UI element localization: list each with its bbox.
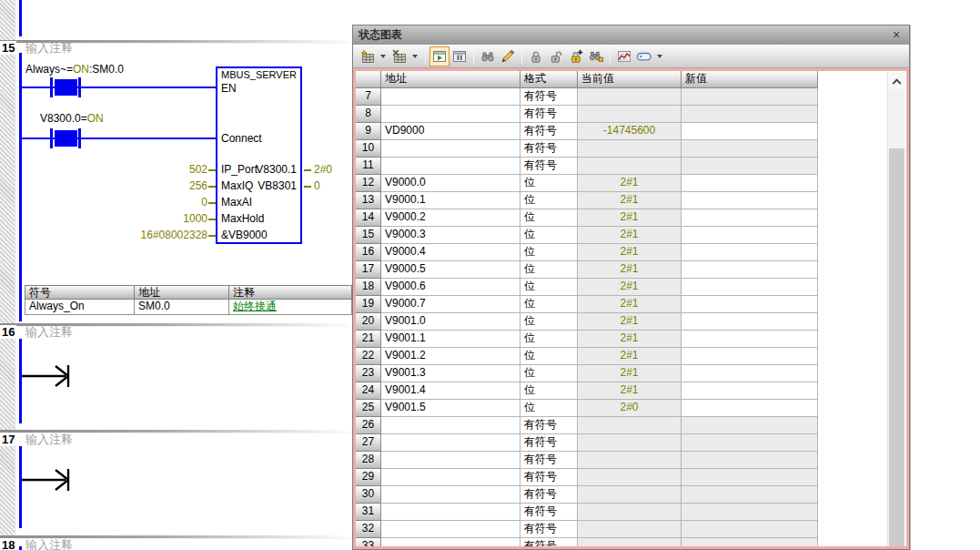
row-number-cell[interactable]: 24 <box>356 382 381 400</box>
column-header-format[interactable]: 格式 <box>520 71 578 88</box>
network-number-18[interactable]: 18 <box>0 538 16 550</box>
new-value-cell[interactable] <box>682 175 818 192</box>
status-chart-titlebar[interactable]: 状态图表 × <box>353 25 909 45</box>
new-value-cell[interactable] <box>682 521 818 538</box>
column-header-address[interactable]: 地址 <box>381 71 520 88</box>
address-cell[interactable] <box>381 158 520 175</box>
address-cell[interactable] <box>381 88 520 106</box>
new-value-cell[interactable] <box>682 227 818 244</box>
row-number-cell[interactable]: 11 <box>356 158 381 175</box>
address-cell[interactable]: V9001.0 <box>381 313 520 331</box>
row-number-cell[interactable]: 15 <box>356 227 381 244</box>
network-comment-16[interactable]: 输入注释 <box>25 326 73 339</box>
close-button[interactable]: × <box>889 28 904 43</box>
address-cell[interactable] <box>381 417 520 434</box>
chart-status-on-button[interactable] <box>429 46 450 66</box>
row-number-cell[interactable]: 7 <box>356 88 381 106</box>
format-cell[interactable]: 有符号 <box>520 123 578 140</box>
force-all-button[interactable] <box>566 46 586 66</box>
row-number-cell[interactable]: 14 <box>356 209 381 227</box>
scroll-up-button[interactable] <box>888 72 905 89</box>
pause-chart-button[interactable] <box>450 46 470 66</box>
new-value-cell[interactable] <box>682 192 818 209</box>
format-cell[interactable]: 位 <box>520 227 578 244</box>
new-value-cell[interactable] <box>682 538 818 549</box>
new-value-cell[interactable] <box>682 504 818 521</box>
dropdown-arrow-icon[interactable] <box>409 46 419 66</box>
format-cell[interactable]: 有符号 <box>520 452 578 469</box>
format-cell[interactable]: 位 <box>520 365 578 382</box>
param-value-vb9000[interactable]: 16#08002328 <box>91 229 207 241</box>
row-number-cell[interactable]: 23 <box>356 365 381 382</box>
address-cell[interactable] <box>381 486 520 504</box>
insert-row-button[interactable] <box>358 46 378 66</box>
read-forced-button[interactable] <box>586 46 606 66</box>
format-cell[interactable]: 位 <box>520 331 578 348</box>
format-cell[interactable]: 有符号 <box>520 434 578 452</box>
jump-arrow-symbol[interactable] <box>22 467 75 493</box>
row-number-cell[interactable]: 8 <box>356 106 381 123</box>
symbol-comment-cell[interactable]: 始终接通 <box>229 300 352 315</box>
bookmark-button[interactable] <box>634 46 654 66</box>
row-number-cell[interactable]: 9 <box>356 123 381 140</box>
row-number-cell[interactable]: 20 <box>356 313 381 331</box>
delete-row-button[interactable] <box>389 46 409 66</box>
format-cell[interactable]: 有符号 <box>520 538 578 549</box>
new-value-cell[interactable] <box>682 486 818 504</box>
address-cell[interactable] <box>381 140 520 158</box>
address-cell[interactable]: V9000.4 <box>381 244 520 261</box>
row-number-cell[interactable]: 27 <box>356 434 381 452</box>
new-value-cell[interactable] <box>682 88 818 106</box>
new-value-cell[interactable] <box>682 140 818 158</box>
format-cell[interactable]: 有符号 <box>520 158 578 175</box>
address-cell[interactable] <box>381 452 520 469</box>
symbol-name-cell[interactable]: Always_On <box>25 300 135 315</box>
new-value-cell[interactable] <box>682 400 818 417</box>
new-value-cell[interactable] <box>682 279 818 296</box>
new-value-cell[interactable] <box>682 434 818 452</box>
output-value-v8300-1[interactable]: 2#0 <box>314 163 332 176</box>
network-comment-17[interactable]: 输入注释 <box>25 433 73 446</box>
new-value-cell[interactable] <box>682 123 818 140</box>
network-number-15[interactable]: 15 <box>0 41 16 55</box>
address-cell[interactable]: VD9000 <box>381 123 520 140</box>
row-number-cell[interactable]: 10 <box>356 140 381 158</box>
new-value-cell[interactable] <box>682 244 818 261</box>
new-value-cell[interactable] <box>682 452 818 469</box>
network-comment-15[interactable]: 输入注释 <box>25 42 73 55</box>
format-cell[interactable]: 有符号 <box>520 486 578 504</box>
address-cell[interactable]: V9000.3 <box>381 227 520 244</box>
address-cell[interactable]: V9001.4 <box>381 382 520 400</box>
address-cell[interactable]: V9001.5 <box>381 400 520 417</box>
address-cell[interactable]: V9000.1 <box>381 192 520 209</box>
row-number-cell[interactable]: 13 <box>356 192 381 209</box>
vertical-scrollbar[interactable] <box>887 72 904 547</box>
address-cell[interactable]: V9001.1 <box>381 331 520 348</box>
row-number-cell[interactable]: 19 <box>356 296 381 313</box>
address-cell[interactable]: V9001.3 <box>381 365 520 382</box>
format-cell[interactable]: 位 <box>520 175 578 192</box>
trend-view-button[interactable] <box>614 46 634 66</box>
new-value-cell[interactable] <box>682 365 818 382</box>
new-value-cell[interactable] <box>682 158 818 175</box>
format-cell[interactable]: 位 <box>520 296 578 313</box>
mbus-server-block[interactable]: MBUS_SERVER EN Connect IP_Port MaxIQ Max… <box>216 66 302 244</box>
format-cell[interactable]: 有符号 <box>520 140 578 158</box>
new-value-cell[interactable] <box>682 209 818 227</box>
dropdown-arrow-icon[interactable] <box>654 46 664 66</box>
row-number-cell[interactable]: 30 <box>356 486 381 504</box>
format-cell[interactable]: 有符号 <box>520 106 578 123</box>
row-number-cell[interactable]: 22 <box>356 348 381 365</box>
new-value-cell[interactable] <box>682 313 818 331</box>
format-cell[interactable]: 位 <box>520 192 578 209</box>
format-cell[interactable]: 位 <box>520 261 578 279</box>
address-cell[interactable] <box>381 434 520 452</box>
jump-arrow-symbol[interactable] <box>22 363 75 389</box>
address-cell[interactable]: V9000.2 <box>381 209 520 227</box>
format-cell[interactable]: 有符号 <box>520 469 578 486</box>
address-cell[interactable] <box>381 106 520 123</box>
row-number-cell[interactable]: 16 <box>356 244 381 261</box>
row-number-cell[interactable]: 32 <box>356 521 381 538</box>
address-cell[interactable] <box>381 469 520 486</box>
output-value-vb8301[interactable]: 0 <box>314 179 320 192</box>
